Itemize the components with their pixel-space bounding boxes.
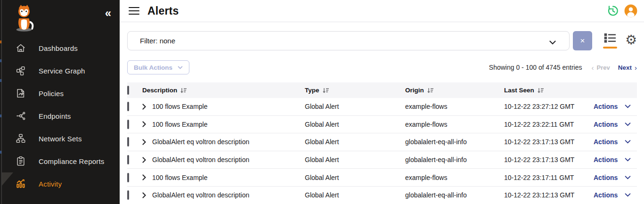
row-checkbox[interactable]	[127, 137, 129, 147]
sort-icon	[323, 88, 329, 93]
top-bar: Alerts	[120, 0, 644, 22]
history-icon[interactable]	[607, 5, 619, 17]
expand-row-icon[interactable]	[142, 121, 146, 127]
expand-row-icon[interactable]	[142, 139, 146, 145]
filter-row: Filter: none × ⚙	[127, 31, 637, 50]
row-checkbox[interactable]	[127, 173, 129, 182]
actions-menu[interactable]: Actions	[594, 138, 637, 146]
list-view-tab[interactable]	[603, 33, 617, 49]
service-graph-icon	[15, 65, 26, 76]
actions-menu[interactable]: Actions	[594, 103, 637, 110]
clear-filter-button[interactable]: ×	[573, 31, 592, 50]
sort-icon	[538, 88, 544, 93]
table-row: GlobalAlert eq voltron description Globa…	[127, 187, 637, 204]
calico-cat-logo	[13, 4, 35, 34]
alert-last-seen: 10-12-22 23:17:13 GMT	[504, 138, 594, 146]
expand-row-icon[interactable]	[142, 192, 146, 198]
actions-menu[interactable]: Actions	[594, 191, 637, 199]
sidebar-collapse-icon[interactable]: «	[105, 8, 111, 19]
next-page-button[interactable]: Next ›	[618, 64, 637, 72]
filter-select[interactable]: Filter: none	[127, 31, 570, 50]
chevron-down-icon	[625, 158, 631, 162]
network-sets-icon	[15, 133, 26, 144]
policy-document-icon	[15, 88, 26, 99]
list-icon	[603, 33, 617, 43]
page-title: Alerts	[147, 5, 179, 17]
endpoints-icon	[15, 110, 26, 122]
chevron-down-icon	[178, 66, 183, 69]
active-tab-indicator	[603, 47, 617, 49]
row-checkbox[interactable]	[127, 120, 129, 129]
alert-last-seen: 10-12-22 23:17:13 GMT	[504, 156, 594, 163]
alert-origin: example-flows	[405, 121, 504, 128]
alert-description: 100 flows Example	[152, 121, 208, 128]
sidebar-item-label: Compliance Reports	[39, 157, 105, 165]
alert-origin: globalalert-eq-all-info	[405, 138, 504, 146]
chevron-left-icon: ‹	[592, 64, 594, 72]
sidebar-item-label: Service Graph	[39, 67, 85, 75]
actions-menu[interactable]: Actions	[594, 156, 637, 163]
sidebar-item-dashboards[interactable]: Dashboards	[2, 37, 120, 59]
sidebar-item-service-graph[interactable]: Service Graph	[2, 59, 120, 82]
alert-last-seen: 10-12-22 23:17:11 GMT	[504, 174, 594, 181]
chevron-down-icon	[625, 176, 631, 180]
sort-icon	[180, 88, 187, 93]
sidebar-item-label: Activity	[39, 180, 62, 188]
expand-row-icon[interactable]	[142, 157, 146, 163]
sidebar-item-activity[interactable]: Activity	[2, 172, 120, 195]
prev-page-button[interactable]: ‹ Prev	[592, 64, 610, 72]
alert-description: 100 flows Example	[152, 103, 208, 110]
alert-type: Global Alert	[305, 138, 405, 146]
main-panel: Alerts Filter: none	[120, 0, 644, 204]
alert-origin: example-flows	[405, 174, 504, 181]
select-all-checkbox[interactable]	[127, 86, 129, 95]
table-row: GlobalAlert eq voltron description Globa…	[127, 133, 637, 151]
sidebar-item-network-sets[interactable]: Network Sets	[2, 127, 120, 150]
sidebar-item-label: Network Sets	[39, 135, 82, 143]
alert-type: Global Alert	[305, 191, 405, 199]
actions-menu[interactable]: Actions	[594, 174, 637, 181]
table-row: 100 flows Example Global Alert example-f…	[127, 169, 637, 187]
sort-icon	[427, 88, 433, 93]
alert-description: 100 flows Example	[152, 174, 208, 181]
alert-last-seen: 10-12-22 23:22:11 GMT	[504, 121, 594, 128]
bulk-actions-button[interactable]: Bulk Actions	[127, 60, 189, 74]
alert-description: GlobalAlert eq voltron description	[152, 191, 249, 199]
table-row: GlobalAlert eq voltron description Globa…	[127, 151, 637, 169]
chevron-down-icon	[625, 193, 631, 197]
alert-type: Global Alert	[305, 103, 405, 110]
row-checkbox[interactable]	[127, 102, 129, 111]
sidebar-item-label: Endpoints	[39, 112, 71, 120]
expand-row-icon[interactable]	[142, 174, 146, 180]
column-header-last-seen[interactable]: Last Seen	[504, 87, 594, 94]
alert-last-seen: 10-12-22 23:12:13 GMT	[504, 191, 594, 199]
sidebar-item-label: Policies	[39, 90, 64, 98]
sidebar-item-policies[interactable]: Policies	[2, 82, 120, 105]
alert-type: Global Alert	[305, 121, 405, 128]
row-checkbox[interactable]	[127, 155, 129, 164]
alert-type: Global Alert	[305, 174, 405, 181]
alert-last-seen: 10-12-22 23:27:12 GMT	[504, 103, 594, 110]
sidebar-item-partial[interactable]	[2, 195, 120, 204]
filter-value: Filter: none	[140, 37, 175, 45]
column-header-origin[interactable]: Origin	[405, 87, 504, 94]
alert-type: Global Alert	[305, 156, 405, 163]
expand-row-icon[interactable]	[142, 104, 146, 110]
row-checkbox[interactable]	[127, 190, 129, 200]
alert-origin: example-flows	[405, 103, 504, 110]
user-avatar-icon[interactable]	[624, 4, 637, 17]
pagination-summary: Showing 0 - 100 of 4745 entries	[489, 64, 582, 71]
actions-menu[interactable]: Actions	[594, 121, 637, 128]
column-header-description[interactable]: Description	[142, 87, 305, 94]
sidebar-item-label: Dashboards	[39, 44, 78, 52]
table-header-row: Description Type Origin Last Seen	[127, 82, 637, 98]
alert-origin: globalalert-eq-all-info	[405, 191, 504, 199]
activity-chart-icon	[15, 178, 26, 189]
sidebar-item-compliance-reports[interactable]: Compliance Reports	[2, 150, 120, 172]
hamburger-menu-icon[interactable]	[129, 7, 139, 15]
gear-icon[interactable]: ⚙	[625, 33, 637, 47]
alerts-table: Description Type Origin Last Seen	[127, 82, 637, 204]
column-header-type[interactable]: Type	[305, 87, 405, 94]
sidebar: « Dashboards Service Graph Policies Endp…	[2, 0, 120, 204]
sidebar-item-endpoints[interactable]: Endpoints	[2, 105, 120, 127]
